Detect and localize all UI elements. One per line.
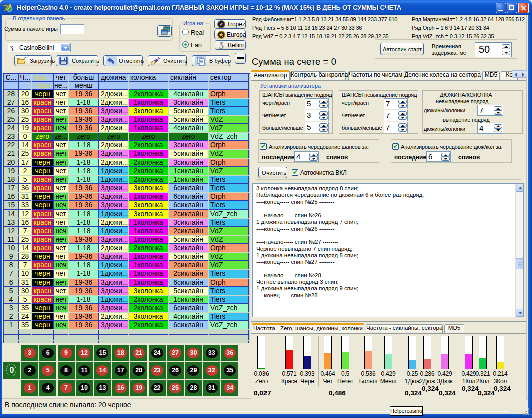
svg-text:7: 7 <box>3 3 8 13</box>
